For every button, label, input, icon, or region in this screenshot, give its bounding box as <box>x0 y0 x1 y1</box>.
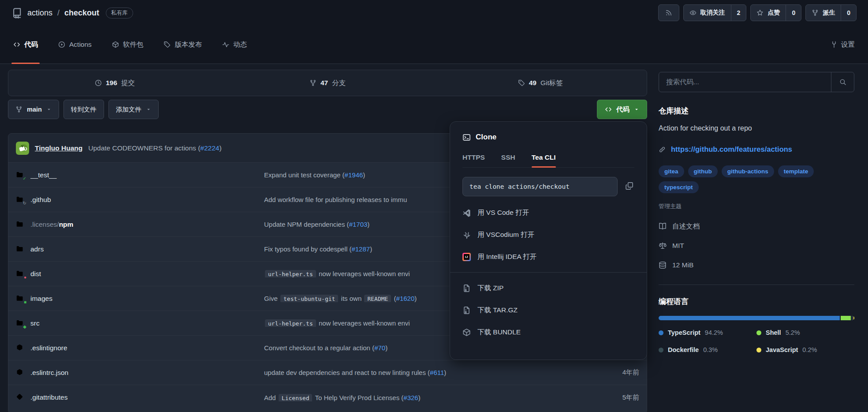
language-dot-icon <box>756 330 761 335</box>
tab-packages[interactable]: 软件包 <box>112 26 144 64</box>
language-item-Shell[interactable]: Shell 5.2% <box>756 329 854 336</box>
topic-template[interactable]: template <box>778 165 814 177</box>
package-icon <box>462 328 471 337</box>
language-segment-JavaScript <box>853 316 854 320</box>
commit-author[interactable]: Tingluo Huang <box>35 144 82 152</box>
commits-stat[interactable]: 196提交 <box>8 79 221 88</box>
folder-icon <box>16 220 25 229</box>
description-title: 仓库描述 <box>659 106 854 116</box>
open-vscodium-item[interactable]: 用 VSCodium 打开 <box>462 224 634 246</box>
rss-button[interactable] <box>658 4 679 21</box>
file-name-link[interactable]: __test__ <box>30 171 264 179</box>
code-icon <box>605 106 612 113</box>
open-vscode-item[interactable]: 用 VS Code 打开 <box>462 202 634 224</box>
clone-command-input[interactable] <box>462 177 618 196</box>
code-chip: url-helper.ts <box>265 319 316 327</box>
open-idea-item[interactable]: IJ 用 Intellij IDEA 打开 <box>462 246 634 268</box>
content: 196提交 47分支 49Git标签 main 转到文件 添加文件 代码 <box>8 70 860 412</box>
count-badge: 2 <box>731 5 746 21</box>
download-targz-item[interactable]: 下载 TAR.GZ <box>462 299 634 321</box>
count-badge: 0 <box>841 5 856 21</box>
file-name-link[interactable]: .gitattributes <box>30 393 264 401</box>
branch-selector[interactable]: main <box>8 100 59 119</box>
fork-button[interactable]: 派生 0 <box>805 4 857 21</box>
language-segment-TypeScript <box>659 316 840 320</box>
file-name-link[interactable]: .github <box>30 196 264 204</box>
copy-button[interactable] <box>624 181 634 192</box>
language-item-TypeScript[interactable]: TypeScript 94.2% <box>659 329 756 336</box>
language-legend: TypeScript 94.2% Shell 5.2% Dockerfile 0… <box>659 329 854 353</box>
file-name-link[interactable]: dist <box>30 270 264 278</box>
file-name-link[interactable]: images <box>30 295 264 303</box>
file-name-link[interactable]: .eslintignore <box>30 344 264 352</box>
code-clone-button[interactable]: 代码 <box>597 100 647 119</box>
add-file-button[interactable]: 添加文件 <box>108 100 159 119</box>
star-button[interactable]: 点赞 0 <box>750 4 801 21</box>
manage-topics-link[interactable]: 管理主题 <box>659 202 854 210</box>
issue-ref-link[interactable]: #70 <box>374 344 385 352</box>
issue-ref-link[interactable]: #1620 <box>396 295 415 302</box>
issue-ref-link[interactable]: #326 <box>403 394 418 401</box>
tab-code[interactable]: 代码 <box>13 26 38 64</box>
tags-stat[interactable]: 49Git标签 <box>434 79 647 88</box>
table-row: .gitattributes Add Licensed To Help Veri… <box>8 385 647 410</box>
commit-ref-link[interactable]: #2224 <box>200 144 219 152</box>
eslint-icon <box>16 368 25 377</box>
topic-typescript[interactable]: typescript <box>659 181 699 193</box>
file-name-link[interactable]: .eslintrc.json <box>30 369 264 377</box>
language-item-JavaScript[interactable]: JavaScript 0.2% <box>756 346 854 353</box>
breadcrumb-owner[interactable]: actions <box>27 8 52 18</box>
language-item-Dockerfile[interactable]: Dockerfile 0.3% <box>659 346 756 353</box>
search-button[interactable] <box>831 72 854 92</box>
issue-ref-link[interactable]: #1703 <box>349 221 368 228</box>
download-zip-item[interactable]: 下载 ZIP <box>462 277 634 299</box>
branches-stat[interactable]: 47分支 <box>221 79 434 88</box>
commit-message: Update CODEOWNERS for actions (#2224) <box>88 144 221 152</box>
divider <box>450 272 647 273</box>
repo-size[interactable]: 12 MiB <box>659 255 854 275</box>
tab-settings[interactable]: 设置 <box>831 26 855 64</box>
topic-github-actions[interactable]: github-actions <box>722 165 774 177</box>
folder-icon <box>16 245 25 254</box>
issue-ref-link[interactable]: #611 <box>430 369 444 376</box>
file-name-link[interactable]: adrs <box>30 245 264 253</box>
toolbar: main 转到文件 添加文件 代码 <box>8 99 647 120</box>
language-bar <box>659 316 854 320</box>
issue-ref-link[interactable]: #1287 <box>351 245 370 253</box>
readme-link[interactable]: 自述文档 <box>659 217 854 236</box>
history-icon <box>95 79 102 86</box>
download-bundle-item[interactable]: 下载 BUNDLE <box>462 321 634 343</box>
code-button-label: 代码 <box>616 105 630 114</box>
clone-tab-https[interactable]: HTTPS <box>462 154 485 167</box>
clone-tab-teacli[interactable]: Tea CLI <box>532 154 556 167</box>
tab-releases[interactable]: 版本发布 <box>164 26 202 64</box>
file-commit-time: 5年前 <box>600 393 639 402</box>
link-icon <box>659 146 666 153</box>
file-name-link[interactable]: src <box>30 319 264 327</box>
goto-file-button[interactable]: 转到文件 <box>63 100 104 119</box>
rss-icon <box>665 9 672 16</box>
navbar: actions / checkout 私有库 取消关注 2 点赞 0 派生 0 <box>0 0 868 26</box>
breadcrumb-repo[interactable]: checkout <box>64 8 99 18</box>
wrench-icon <box>831 41 838 48</box>
unwatch-button[interactable]: 取消关注 2 <box>683 4 747 21</box>
website-link[interactable]: https://github.com/features/actions <box>671 145 792 154</box>
avatar[interactable] <box>16 142 29 155</box>
file-name-link[interactable]: .licenses/npm <box>30 221 264 228</box>
language-dot-icon <box>659 330 663 335</box>
tab-actions[interactable]: Actions <box>58 26 92 64</box>
code-chip: url-helper.ts <box>265 270 316 277</box>
topic-gitea[interactable]: gitea <box>659 165 684 177</box>
search-icon <box>839 79 846 86</box>
repo-stats-bar: 196提交 47分支 49Git标签 <box>8 70 647 96</box>
topic-github[interactable]: github <box>688 165 718 177</box>
lock-badge-icon: ● <box>23 275 27 280</box>
search-input[interactable] <box>659 72 831 92</box>
code-chip: README <box>364 295 391 302</box>
clone-heading: Clone <box>462 133 634 142</box>
license-link[interactable]: MIT <box>659 236 854 255</box>
clone-tab-ssh[interactable]: SSH <box>501 154 515 167</box>
issue-ref-link[interactable]: #1946 <box>345 171 363 179</box>
tab-activity[interactable]: 动态 <box>222 26 247 64</box>
eye-icon <box>689 9 697 16</box>
